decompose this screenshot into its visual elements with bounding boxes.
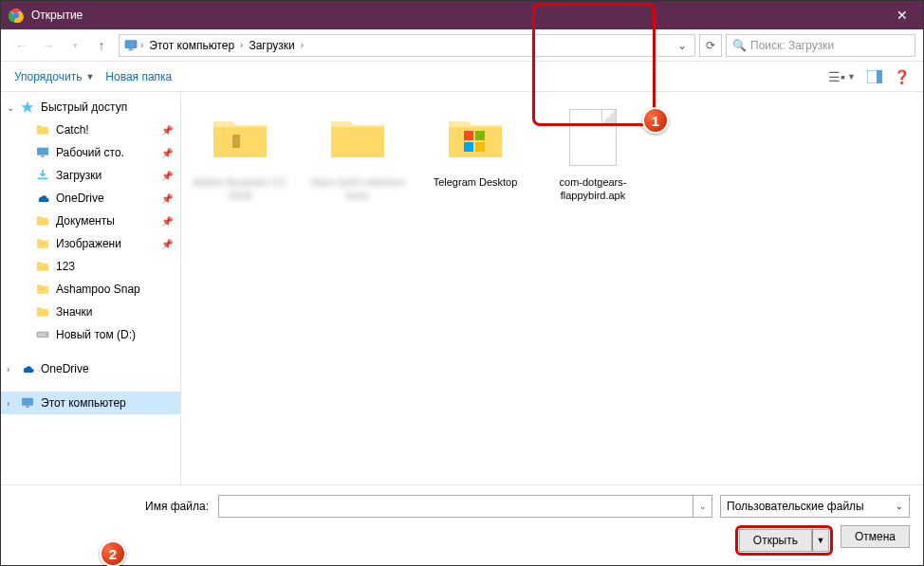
download-icon bbox=[35, 168, 50, 183]
svg-rect-2 bbox=[125, 40, 137, 47]
svg-rect-11 bbox=[22, 398, 33, 406]
chevron-down-icon: ⌄ bbox=[896, 502, 903, 511]
file-list[interactable]: Adobe Illustrator CC 2018 Sans Serif col… bbox=[181, 92, 923, 484]
svg-rect-8 bbox=[41, 155, 45, 156]
svg-rect-7 bbox=[37, 148, 48, 155]
breadcrumb-sep-icon: › bbox=[299, 40, 305, 50]
folder-icon bbox=[35, 122, 50, 137]
breadcrumb-dropdown-icon[interactable]: ⌄ bbox=[674, 39, 691, 52]
open-button[interactable]: Открыть ▼ bbox=[739, 529, 829, 552]
folder-icon bbox=[35, 213, 50, 228]
drive-icon bbox=[35, 327, 50, 342]
caret-down-icon: ▼ bbox=[85, 72, 94, 82]
breadcrumb[interactable]: › Этот компьютер › Загрузки › ⌄ bbox=[119, 34, 695, 57]
organize-button[interactable]: Упорядочить▼ bbox=[9, 66, 100, 87]
onedrive-icon bbox=[20, 361, 35, 376]
sidebar-onedrive[interactable]: › OneDrive bbox=[1, 357, 180, 380]
view-button[interactable]: ☰▪▼ bbox=[822, 69, 861, 84]
sidebar-item[interactable]: Catch!📌 bbox=[1, 119, 180, 141]
sidebar-item[interactable]: Рабочий сто.📌 bbox=[1, 141, 180, 164]
pin-icon: 📌 bbox=[161, 193, 173, 204]
back-button[interactable]: ← bbox=[9, 32, 35, 59]
pin-icon: 📌 bbox=[161, 125, 173, 136]
search-placeholder: Поиск: Загрузки bbox=[750, 39, 834, 52]
chevron-right-icon: › bbox=[7, 364, 9, 374]
pin-icon: 📌 bbox=[161, 216, 173, 227]
file-item-apk[interactable]: com-dotgears-flappybird.apk bbox=[545, 103, 640, 203]
sidebar-item[interactable]: OneDrive📌 bbox=[1, 187, 180, 210]
help-button[interactable]: ❓ bbox=[888, 69, 915, 84]
file-dialog: Открытие ✕ ← → ▾ ↑ › Этот компьютер › За… bbox=[0, 0, 924, 566]
sidebar-item[interactable]: Новый том (D:) bbox=[1, 323, 180, 346]
svg-rect-13 bbox=[232, 135, 240, 148]
pc-icon bbox=[20, 395, 35, 411]
annotation-badge-1: 1 bbox=[642, 107, 669, 134]
forward-button[interactable]: → bbox=[35, 32, 62, 59]
folder-icon bbox=[35, 236, 50, 251]
folder-item[interactable]: Sans Serif collection fonts bbox=[310, 103, 405, 203]
svg-rect-12 bbox=[26, 406, 29, 407]
svg-rect-14 bbox=[464, 131, 473, 140]
filetype-select[interactable]: Пользовательские файлы ⌄ bbox=[720, 495, 910, 518]
chevron-down-icon: ⌄ bbox=[7, 102, 14, 113]
close-button[interactable]: ✕ bbox=[880, 1, 923, 29]
refresh-button[interactable]: ⟳ bbox=[699, 34, 722, 57]
folder-icon bbox=[35, 259, 50, 274]
cancel-button[interactable]: Отмена bbox=[841, 525, 910, 548]
breadcrumb-sep-icon: › bbox=[238, 40, 245, 50]
breadcrumb-item[interactable]: Этот компьютер bbox=[145, 39, 238, 52]
chrome-icon bbox=[9, 8, 24, 23]
up-button[interactable]: ↑ bbox=[88, 32, 115, 59]
folder-icon bbox=[441, 103, 509, 172]
pc-icon bbox=[123, 38, 139, 53]
sidebar-item[interactable]: Изображени📌 bbox=[1, 232, 180, 255]
svg-rect-17 bbox=[475, 142, 485, 152]
pin-icon: 📌 bbox=[161, 148, 173, 158]
bottom-panel: Имя файла: ⌄ Пользовательские файлы ⌄ От… bbox=[1, 484, 923, 565]
folder-icon bbox=[35, 282, 50, 297]
recent-dropdown[interactable]: ▾ bbox=[62, 32, 88, 59]
open-dropdown[interactable]: ▼ bbox=[812, 529, 829, 552]
sidebar-quick-access[interactable]: ⌄ Быстрый доступ bbox=[1, 96, 180, 119]
onedrive-icon bbox=[35, 191, 50, 206]
sidebar-this-pc[interactable]: › Этот компьютер bbox=[1, 392, 180, 414]
desktop-icon bbox=[35, 145, 50, 160]
folder-icon bbox=[206, 103, 274, 172]
breadcrumb-sep-icon: › bbox=[139, 40, 145, 50]
svg-rect-4 bbox=[128, 49, 135, 50]
sidebar-item[interactable]: 123 bbox=[1, 255, 180, 278]
file-icon bbox=[559, 103, 627, 172]
preview-pane-button[interactable] bbox=[861, 70, 888, 83]
sidebar-item[interactable]: Загрузки📌 bbox=[1, 164, 180, 187]
folder-icon bbox=[35, 304, 50, 320]
annotation-badge-2: 2 bbox=[100, 540, 126, 566]
sidebar-item[interactable]: Ashampoo Snap bbox=[1, 278, 180, 301]
svg-rect-15 bbox=[475, 131, 485, 140]
folder-item[interactable]: Adobe Illustrator CC 2018 bbox=[193, 103, 287, 203]
sidebar-item[interactable]: Документы📌 bbox=[1, 210, 180, 232]
window-title: Открытие bbox=[31, 9, 880, 22]
new-folder-button[interactable]: Новая папка bbox=[100, 66, 177, 87]
filename-input[interactable] bbox=[218, 495, 693, 518]
filename-dropdown[interactable]: ⌄ bbox=[693, 495, 712, 518]
svg-rect-3 bbox=[129, 48, 133, 49]
search-input[interactable]: 🔍 Поиск: Загрузки bbox=[726, 34, 915, 57]
pin-icon: 📌 bbox=[161, 239, 173, 249]
svg-rect-6 bbox=[877, 70, 882, 83]
star-icon bbox=[20, 100, 35, 115]
titlebar: Открытие ✕ bbox=[1, 1, 923, 29]
filename-label: Имя файла: bbox=[14, 500, 218, 513]
folder-icon bbox=[323, 103, 392, 172]
nav-bar: ← → ▾ ↑ › Этот компьютер › Загрузки › ⌄ … bbox=[1, 29, 923, 62]
search-icon: 🔍 bbox=[732, 39, 747, 52]
folder-item[interactable]: Telegram Desktop bbox=[428, 103, 523, 203]
annotation-highlight-2: Открыть ▼ bbox=[735, 525, 833, 556]
pin-icon: 📌 bbox=[161, 171, 173, 181]
sidebar-item[interactable]: Значки bbox=[1, 301, 180, 323]
toolbar: Упорядочить▼ Новая папка ☰▪▼ ❓ bbox=[1, 62, 923, 92]
breadcrumb-item[interactable]: Загрузки bbox=[245, 39, 298, 52]
chevron-right-icon: › bbox=[7, 398, 9, 409]
sidebar: ⌄ Быстрый доступ Catch!📌 Рабочий сто.📌 З… bbox=[1, 92, 181, 484]
svg-rect-16 bbox=[464, 142, 473, 152]
main-area: ⌄ Быстрый доступ Catch!📌 Рабочий сто.📌 З… bbox=[1, 92, 923, 484]
